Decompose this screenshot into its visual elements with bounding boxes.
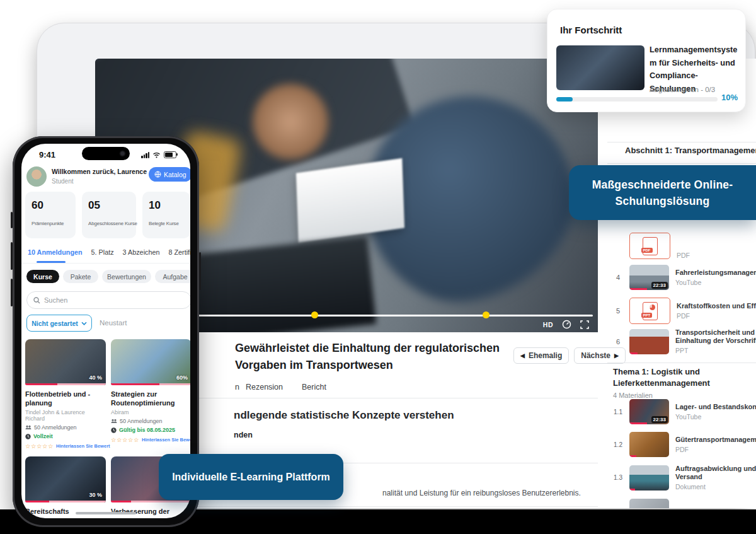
leave-review-link[interactable]: Hinterlassen Sie Bewert [56,443,110,449]
materials-count: 4 Materialien [613,392,653,399]
seek-marker-icon[interactable] [483,311,490,318]
ribbon-line-1: Maßgeschneiderte Online- [592,177,733,193]
course-thumbnail [556,45,644,90]
avatar[interactable] [26,166,47,187]
lesson-thumbnail: 22:33 [629,265,669,290]
stat-value: 05 [88,199,100,212]
pdf-file-icon: PDF [629,233,670,259]
topic-item[interactable]: 1.2 Gütertransportmanagement PDF [613,432,756,457]
tab-rezension[interactable]: Rezension [246,383,283,392]
course-meta: Gültig bis 08.05.2025 [119,427,175,433]
progress-bar-track [556,97,718,102]
course-progress-label: 30 % [89,492,102,498]
course-card-partial[interactable]: 30 % Bereitschafts [25,456,106,516]
topic-item-number: 1.3 [613,474,623,481]
dynamic-island [82,147,130,160]
duration-badge: 22:33 [651,282,668,289]
globe-icon [154,171,161,178]
lesson-item-title: Transportsicherheit und Einhaltung der V… [675,328,756,345]
lesson-item-number: 6 [613,338,623,345]
previous-lesson-button[interactable]: ◀ Ehemalig [513,347,569,364]
lesson-item-type: PDF [677,252,690,259]
divider [21,263,190,264]
leave-review-link[interactable]: Hinterlassen Sie Bewert [142,437,190,443]
rating-stars-icon[interactable]: ☆☆☆☆☆ [25,443,54,450]
home-indicator[interactable] [76,512,136,514]
divider [607,142,756,142]
seek-marker-icon[interactable] [311,311,318,318]
course-author: Abiram [111,409,190,415]
tab-abzeichen[interactable]: 3 Abzeichen [123,248,160,256]
tab-zertifikate[interactable]: 8 Zertifikate [168,248,190,256]
course-progress-bar [111,383,190,385]
lesson-item-partial[interactable]: PDF PDF [613,233,756,259]
power-button [199,252,201,290]
duration-badge: 22:33 [651,416,668,423]
topic-item-title: Auftragsabwicklung und Versand [675,465,756,481]
course-card[interactable]: 40 % Flottenbetrieb und - planung Tindel… [25,339,106,450]
video-scene-shape [253,84,328,160]
tab-bericht[interactable]: Bericht [302,383,326,392]
fullscreen-icon[interactable] [580,320,589,329]
lesson-title: Gewährleistet die Einhaltung der regulat… [235,340,520,374]
filter-neustart[interactable]: Neustart [100,319,127,327]
clock-icon [25,434,31,439]
chip-bewertungen[interactable]: Bewertungen [102,270,151,283]
topic-item[interactable]: 1.1 22:33 Lager- und Bestandskontrolle Y… [613,399,756,424]
stat-value: 10 [149,199,161,212]
course-progress-bar [25,383,106,385]
topic-item[interactable]: 1.3 Auftragsabwicklung und Versand Dokum… [613,465,756,490]
chip-aufgabe[interactable]: Aufgabe [155,270,190,283]
playback-speed-icon[interactable] [562,320,571,329]
topic-item-type: YouTube [675,413,756,421]
status-filter-dropdown[interactable]: Nicht gestartet [26,315,92,332]
lesson-item[interactable]: 5 PPT Kraftstoffkosten und Effizienz PDF [613,298,756,324]
lesson-thumbnail [629,329,669,354]
stat-label: Prämienpunkte [32,221,64,226]
lesson-item[interactable]: 4 22:33 Fahrerleistungsmanagement YouTub… [613,265,756,290]
tab-partial[interactable]: n [235,383,239,392]
stat-label: Abgeschlossene Kurse [88,221,137,226]
divider [607,163,756,164]
watch-progress-bar [629,288,647,290]
stat-card-completed: 05 Abgeschlossene Kurse [82,192,136,238]
enrollments-icon [25,425,32,430]
completion-status: Abgeschlossen - 0/3 [650,86,715,93]
chip-kurse[interactable]: Kurse [26,270,59,283]
stat-value: 60 [32,199,43,212]
tab-platz[interactable]: 5. Platz [91,248,114,256]
search-input[interactable]: Suchen [26,291,190,309]
catalog-button[interactable]: Katalog [149,167,190,182]
divider [607,363,756,363]
section-header-label: Abschnitt 1: Transportmanagement [625,146,756,155]
course-title: Strategien zur Routenoptimierung [111,390,190,407]
progress-card: Ihr Fortschritt Lernmanagementsystem für… [547,9,746,112]
content-paragraph-fragment: nalität und Leistung für ein reibungslos… [382,489,581,497]
course-progress-bar [111,501,190,502]
course-card[interactable]: 60% Strategien zur Routenoptimierung Abi… [111,339,190,443]
next-label: Nächste [581,351,610,360]
tab-anmeldungen[interactable]: 10 Anmeldungen [28,248,83,256]
hd-quality-button[interactable]: HD [543,321,553,328]
signal-icon [141,152,149,158]
chip-pakete[interactable]: Pakete [63,270,98,283]
progress-percent: 10% [721,93,738,102]
sidebar-section-header[interactable]: Abschnitt 1: Transportmanagement [625,146,756,155]
status-bar-time: 9:41 [39,150,55,160]
stat-card-enrolled: 10 Belegte Kurse [142,192,190,238]
catalog-label: Katalog [164,171,186,178]
rating-stars-icon[interactable]: ☆☆☆☆☆ [111,436,139,443]
lesson-item[interactable]: 6 Transportsicherheit und Einhaltung der… [613,328,756,354]
ribbon-line-2: Schulungslösung [616,193,710,209]
course-author: Tindel John & Laurence Richard [25,409,106,422]
topic-item-partial[interactable] [613,499,756,508]
topic-item-title: Gütertransportmanagement [675,436,756,444]
progress-card-title: Ihr Fortschritt [560,25,622,35]
lesson-thumbnail: 22:33 [629,399,669,424]
chevron-down-icon [81,322,87,325]
battery-icon [164,151,176,158]
volume-button [11,279,13,306]
lesson-thumbnail [629,465,669,490]
active-tab-indicator [37,261,66,263]
lesson-item-type: PPT [675,347,756,354]
